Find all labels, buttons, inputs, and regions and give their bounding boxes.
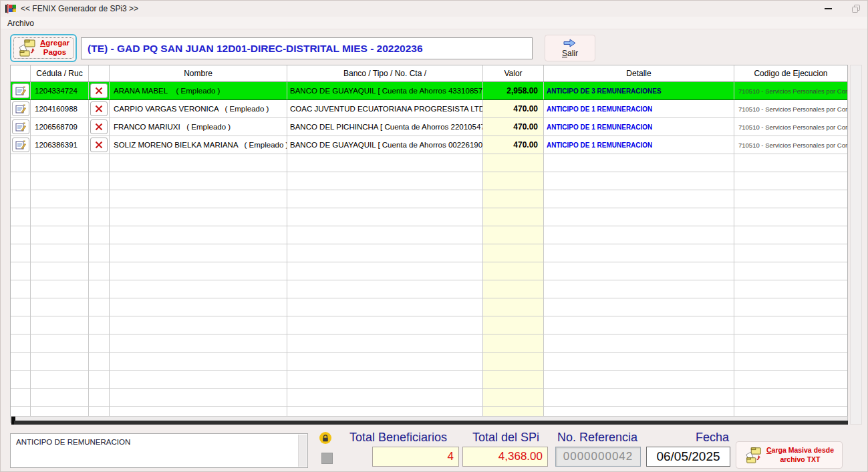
lock-icon [322, 435, 329, 442]
empty-table-row[interactable] [11, 334, 847, 352]
empty-table-row[interactable] [11, 190, 847, 208]
cell-codigo: 710510 - Servicios Personales por Contra… [734, 136, 847, 154]
delete-x-icon [95, 141, 103, 149]
table-row[interactable]: 1204160988 CARPIO VARGAS VERONICA ( Empl… [11, 100, 847, 118]
cell-nombre: FRANCO MARIUXI ( Empleado ) [110, 118, 287, 136]
cell-valor: 470.00 [483, 100, 544, 117]
cell-valor: 470.00 [483, 136, 544, 154]
cell-nombre: SOLIZ MORENO BIELKA MARIANA ( Empleado ) [110, 136, 287, 154]
cell-codigo: 710510 - Servicios Personales por Contra… [734, 82, 847, 99]
windows-logo-icon [5, 3, 17, 14]
cell-cedula: 1206386391 [31, 136, 89, 154]
edit-record-button[interactable] [12, 101, 29, 116]
empty-table-row[interactable] [11, 262, 847, 280]
empty-table-row[interactable] [11, 280, 847, 298]
cell-cedula: 1206568709 [31, 118, 89, 136]
agregar-pagos-button[interactable]: Agregar Pagos [10, 34, 77, 62]
empty-table-row[interactable] [11, 172, 847, 190]
edit-record-icon [15, 86, 26, 95]
referencia-value: 0000000042 [555, 447, 641, 467]
header-detalle[interactable]: Detalle [544, 65, 734, 81]
table-row[interactable]: 1206568709 FRANCO MARIUXI ( Empleado ) B… [11, 118, 847, 136]
cell-cedula: 1204334724 [31, 82, 89, 99]
window-title: << FENIX Generador de SPi3 >> [21, 4, 138, 13]
delete-x-icon [95, 87, 103, 95]
edit-record-icon [15, 104, 26, 113]
total-beneficiarios-label: Total Beneficiarios [335, 431, 462, 445]
carga-masiva-label: Carga Masiva desde archivo TXT [766, 446, 834, 463]
cell-nombre: ARANA MABEL ( Empleado ) [110, 82, 287, 99]
fecha-value[interactable]: 06/05/2025 [646, 447, 730, 467]
referencia-label: No. Referencia [551, 431, 643, 445]
header-banco[interactable]: Banco / Tipo / No. Cta / [287, 65, 483, 81]
title-bar: << FENIX Generador de SPi3 >> [1, 1, 867, 17]
menu-bar: Archivo [1, 17, 867, 29]
header-nombre[interactable]: Nombre [110, 65, 287, 81]
cell-detalle: ANTICIPO DE 1 REMUNERACION [544, 136, 734, 154]
cell-valor: 2,958.00 [483, 82, 544, 99]
empty-table-row[interactable] [11, 208, 847, 226]
detail-memo-field[interactable]: ANTICIPO DE REMUNERACION [10, 433, 308, 468]
salir-label: Salir [562, 49, 578, 58]
grid-body: 1204334724 ARANA MABEL ( Empleado ) BANC… [11, 82, 847, 416]
delete-x-icon [95, 123, 103, 131]
grid-bottom-bar [14, 421, 848, 425]
menu-archivo[interactable]: Archivo [1, 17, 38, 28]
table-row[interactable]: 1204334724 ARANA MABEL ( Empleado ) BANC… [11, 82, 847, 100]
memo-scrollbar[interactable] [298, 435, 307, 467]
restore-button[interactable] [844, 1, 868, 17]
empty-table-row[interactable] [11, 371, 847, 389]
focus-rectangle [13, 37, 74, 59]
salir-button[interactable]: Salir [545, 35, 595, 61]
delete-row-button[interactable] [90, 120, 108, 134]
empty-table-row[interactable] [11, 316, 847, 334]
restore-icon [852, 5, 861, 13]
total-beneficiarios-value: 4 [372, 447, 459, 467]
total-spi-value: 4,368.00 [462, 447, 548, 467]
edit-record-button[interactable] [12, 83, 29, 98]
header-cedula[interactable]: Cédula / Ruc [31, 65, 89, 81]
empty-table-row[interactable] [11, 154, 847, 172]
delete-row-button[interactable] [90, 138, 108, 152]
delete-x-icon [95, 105, 103, 113]
cell-valor: 470.00 [483, 118, 544, 136]
cell-banco: COAC JUVENTUD ECUATORIANA PROGRESISTA LT… [287, 100, 483, 117]
edit-record-icon [15, 140, 26, 150]
header-codigo[interactable]: Codigo de Ejecucion [734, 65, 847, 81]
table-row[interactable]: 1206386391 SOLIZ MORENO BIELKA MARIANA (… [11, 136, 847, 154]
vertical-scrollbar[interactable] [850, 65, 862, 425]
grid-header-row: Cédula / Ruc Nombre Banco / Tipo / No. C… [11, 65, 847, 82]
edit-record-button[interactable] [12, 120, 29, 134]
empty-table-row[interactable] [11, 389, 847, 407]
lock-badge [319, 432, 331, 444]
status-square[interactable] [321, 453, 333, 464]
empty-table-row[interactable] [11, 352, 847, 371]
edit-record-icon [15, 122, 26, 132]
exit-arrow-icon [563, 39, 577, 47]
cell-banco: BANCO DE GUAYAQUIL [ Cuenta de Ahorros 4… [287, 82, 483, 99]
cell-banco: BANCO DEL PICHINCHA [ Cuenta de Ahorros … [287, 118, 483, 136]
minimize-button[interactable] [815, 1, 841, 17]
load-txt-folder-icon [744, 445, 763, 465]
header-valor[interactable]: Valor [483, 65, 544, 81]
empty-table-row[interactable] [11, 244, 847, 262]
empty-table-row[interactable] [11, 298, 847, 316]
edit-record-button[interactable] [12, 138, 29, 152]
memo-text: ANTICIPO DE REMUNERACION [16, 438, 130, 446]
cell-cedula: 1204160988 [31, 100, 89, 117]
spi-title-field[interactable]: (TE) - GAD PQ SAN JUAN 12D01-DIREC-DISTR… [81, 37, 533, 59]
total-spi-label: Total del SPi [462, 431, 550, 445]
cell-nombre: CARPIO VARGAS VERONICA ( Empleado ) [110, 100, 287, 117]
empty-table-row[interactable] [11, 407, 847, 416]
cell-codigo: 710510 - Servicios Personales por Contra… [734, 118, 847, 136]
delete-row-button[interactable] [90, 101, 108, 116]
header-delete-column [89, 65, 110, 81]
header-edit-column [11, 65, 31, 81]
cell-detalle: ANTICIPO DE 1 REMUNERACION [544, 100, 734, 117]
payments-grid: Cédula / Ruc Nombre Banco / Tipo / No. C… [10, 65, 848, 416]
carga-masiva-button[interactable]: Carga Masiva desde archivo TXT [736, 441, 843, 469]
cell-detalle: ANTICIPO DE 1 REMUNERACION [544, 118, 734, 136]
empty-table-row[interactable] [11, 226, 847, 244]
delete-row-button[interactable] [90, 83, 108, 98]
cell-banco: BANCO DE GUAYAQUIL [ Cuenta de Ahorros 0… [287, 136, 483, 154]
